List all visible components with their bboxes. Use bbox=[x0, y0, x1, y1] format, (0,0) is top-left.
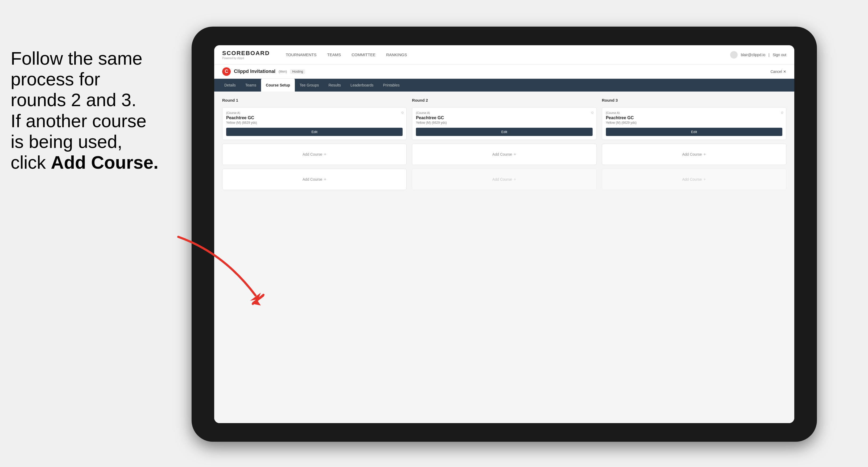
round-2-label: Round 2 bbox=[412, 98, 596, 102]
round-1-column: Round 1 ○ (Course A) Peachtree GC Yellow… bbox=[222, 98, 407, 190]
logo-sub: Powered by clippd bbox=[222, 57, 270, 60]
cancel-label: Cancel bbox=[770, 69, 782, 74]
round-2-add-course-text-2: Add Course + bbox=[492, 177, 516, 182]
tablet-frame: SCOREBOARD Powered by clippd TOURNAMENTS… bbox=[192, 27, 817, 442]
rounds-grid: Round 1 ○ (Course A) Peachtree GC Yellow… bbox=[222, 98, 786, 190]
top-nav: SCOREBOARD Powered by clippd TOURNAMENTS… bbox=[214, 45, 794, 64]
nav-link-rankings[interactable]: RANKINGS bbox=[381, 45, 412, 64]
cancel-x-icon: ✕ bbox=[783, 69, 786, 74]
logo-text: SCOREBOARD bbox=[222, 50, 270, 57]
round-1-course-name: Peachtree GC bbox=[226, 116, 403, 120]
tournament-name: Clippd Invitational bbox=[234, 69, 275, 74]
user-avatar bbox=[730, 51, 738, 59]
round-3-add-course-text-1: Add Course + bbox=[682, 152, 706, 157]
round-1-label: Round 1 bbox=[222, 98, 407, 102]
round-2-add-label-2: Add Course bbox=[492, 177, 512, 182]
round-3-course-name: Peachtree GC bbox=[606, 116, 782, 120]
clippd-logo: C bbox=[222, 67, 231, 76]
round-2-plus-icon-1: + bbox=[514, 152, 516, 157]
round-1-course-details: Yellow (M) (6629 yds) bbox=[226, 121, 403, 125]
round-1-course-tag: (Course A) bbox=[226, 111, 403, 115]
round-3-add-label-2: Add Course bbox=[682, 177, 702, 182]
round-3-course-details: Yellow (M) (6629 yds) bbox=[606, 121, 782, 125]
tab-bar: Details Teams Course Setup Tee Groups Re… bbox=[214, 79, 794, 92]
nav-link-tournaments[interactable]: TOURNAMENTS bbox=[280, 45, 322, 64]
separator: | bbox=[769, 53, 770, 57]
round-2-edit-button[interactable]: Edit bbox=[416, 128, 592, 136]
round-1-remove-button[interactable]: ○ bbox=[401, 110, 404, 115]
instruction-line6: click bbox=[11, 152, 51, 173]
main-content: Round 1 ○ (Course A) Peachtree GC Yellow… bbox=[214, 92, 794, 423]
round-3-course-card: ○ (Course A) Peachtree GC Yellow (M) (66… bbox=[602, 107, 786, 140]
round-1-plus-icon-1: + bbox=[324, 152, 326, 157]
round-3-plus-icon-2: + bbox=[704, 177, 706, 182]
instruction-line5: is being used, bbox=[11, 131, 122, 152]
round-3-edit-button[interactable]: Edit bbox=[606, 128, 782, 136]
round-1-add-label-2: Add Course bbox=[303, 177, 322, 182]
round-1-course-card: ○ (Course A) Peachtree GC Yellow (M) (66… bbox=[222, 107, 407, 140]
round-3-plus-icon-1: + bbox=[704, 152, 706, 157]
round-2-add-course-2: Add Course + bbox=[412, 169, 596, 190]
round-3-add-course-2: Add Course + bbox=[602, 169, 786, 190]
tab-leaderboards[interactable]: Leaderboards bbox=[346, 79, 378, 92]
round-3-add-label-1: Add Course bbox=[682, 152, 702, 156]
logo-area: SCOREBOARD Powered by clippd bbox=[222, 50, 270, 60]
round-2-add-course-1[interactable]: Add Course + bbox=[412, 144, 596, 165]
tab-teams[interactable]: Teams bbox=[241, 79, 261, 92]
round-1-edit-button[interactable]: Edit bbox=[226, 128, 403, 136]
instruction-bold: Add Course. bbox=[51, 152, 158, 173]
round-2-add-course-text-1: Add Course + bbox=[492, 152, 516, 157]
tab-details[interactable]: Details bbox=[220, 79, 241, 92]
round-2-add-label-1: Add Course bbox=[492, 152, 512, 156]
tab-tee-groups[interactable]: Tee Groups bbox=[295, 79, 323, 92]
cancel-button[interactable]: Cancel ✕ bbox=[770, 69, 786, 74]
instruction-line4: If another course bbox=[11, 111, 146, 131]
nav-links: TOURNAMENTS TEAMS COMMITTEE RANKINGS bbox=[280, 45, 730, 64]
round-3-remove-button[interactable]: ○ bbox=[781, 110, 783, 115]
instruction-line2: process for bbox=[11, 69, 100, 89]
hosting-badge: Hosting bbox=[290, 69, 305, 74]
round-3-label: Round 3 bbox=[602, 98, 786, 102]
round-2-column: Round 2 ○ (Course A) Peachtree GC Yellow… bbox=[412, 98, 596, 190]
tab-results[interactable]: Results bbox=[323, 79, 346, 92]
tab-course-setup[interactable]: Course Setup bbox=[261, 79, 295, 92]
nav-right: blair@clippd.io | Sign out bbox=[730, 51, 786, 59]
round-2-course-tag: (Course A) bbox=[416, 111, 592, 115]
instruction-text: Follow the same process for rounds 2 and… bbox=[0, 48, 170, 173]
tablet-screen: SCOREBOARD Powered by clippd TOURNAMENTS… bbox=[214, 45, 794, 423]
round-1-add-course-1[interactable]: Add Course + bbox=[222, 144, 407, 165]
round-3-column: Round 3 ○ (Course A) Peachtree GC Yellow… bbox=[602, 98, 786, 190]
round-3-add-course-1[interactable]: Add Course + bbox=[602, 144, 786, 165]
round-2-course-name: Peachtree GC bbox=[416, 116, 592, 120]
round-2-course-card: ○ (Course A) Peachtree GC Yellow (M) (66… bbox=[412, 107, 596, 140]
nav-link-teams[interactable]: TEAMS bbox=[322, 45, 346, 64]
round-2-plus-icon-2: + bbox=[514, 177, 516, 182]
round-2-course-details: Yellow (M) (6629 yds) bbox=[416, 121, 592, 125]
round-3-add-course-text-2: Add Course + bbox=[682, 177, 706, 182]
round-3-course-tag: (Course A) bbox=[606, 111, 782, 115]
round-1-add-course-2[interactable]: Add Course + bbox=[222, 169, 407, 190]
round-1-plus-icon-2: + bbox=[324, 177, 326, 182]
round-1-add-course-text-1: Add Course + bbox=[303, 152, 326, 157]
sign-out-link[interactable]: Sign out bbox=[773, 53, 786, 57]
user-email: blair@clippd.io bbox=[741, 53, 765, 57]
arrow-annotation bbox=[170, 231, 282, 307]
nav-link-committee[interactable]: COMMITTEE bbox=[346, 45, 381, 64]
instruction-line1: Follow the same bbox=[11, 48, 142, 68]
instruction-line3: rounds 2 and 3. bbox=[11, 90, 136, 110]
round-1-add-course-text-2: Add Course + bbox=[303, 177, 326, 182]
sub-header: C Clippd Invitational (Men) Hosting Canc… bbox=[214, 64, 794, 79]
gender-badge: (Men) bbox=[279, 70, 287, 73]
round-2-remove-button[interactable]: ○ bbox=[591, 110, 594, 115]
tournament-title: C Clippd Invitational (Men) Hosting bbox=[222, 67, 305, 76]
round-1-add-label-1: Add Course bbox=[303, 152, 322, 156]
tab-printables[interactable]: Printables bbox=[378, 79, 404, 92]
